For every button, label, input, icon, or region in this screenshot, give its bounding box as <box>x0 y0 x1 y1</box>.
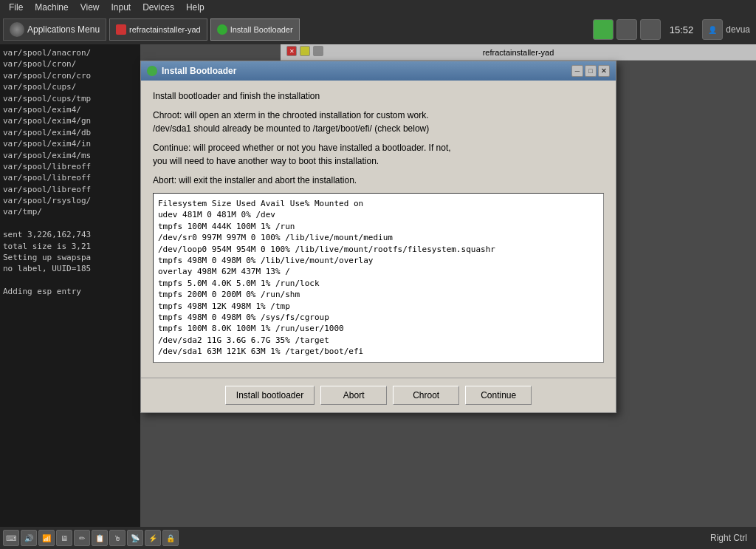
refracta-bar-title: refractainstaller-yad <box>483 48 554 57</box>
dialog-desc1: Install bootloader and finish the instal… <box>153 89 604 103</box>
dialog-close-btn[interactable]: ✕ <box>598 65 610 77</box>
refracta-minimize-btn[interactable] <box>300 46 310 56</box>
taskbar-top: Applications Menu refractainstaller-yad … <box>0 15 756 44</box>
menu-devices[interactable]: Devices <box>137 0 180 15</box>
apps-menu-label: Applications Menu <box>27 24 100 35</box>
df-row-9: tmpfs 498M 0 498M 0% /sys/fs/cgroup <box>158 312 599 323</box>
bottom-icon-7[interactable]: 🖱 <box>109 530 126 546</box>
taskbar-indicator3 <box>640 19 661 40</box>
taskbar-user-icon: 👤 <box>702 19 723 40</box>
bottom-icon-9[interactable]: ⚡ <box>145 530 161 546</box>
df-row-12: /dev/sda1 63M 121K 63M 1% /target/boot/e… <box>158 346 599 357</box>
df-row-2: /dev/sr0 997M 997M 0 100% /lib/live/moun… <box>158 232 599 243</box>
dialog-desc3: Continue: will proceed whether or not yo… <box>153 141 604 168</box>
dialog-title-text: Install Bootloader <box>162 66 236 76</box>
taskbar-indicator <box>593 19 614 40</box>
df-row-6: tmpfs 5.0M 4.0K 5.0M 1% /run/lock <box>158 278 599 289</box>
taskbar-user-label: devua <box>726 24 753 35</box>
df-row-11: /dev/sda2 11G 3.6G 6.7G 35% /target <box>158 335 599 346</box>
continue-button[interactable]: Continue <box>465 386 532 405</box>
dialog-content: Install bootloader and finish the instal… <box>141 81 616 378</box>
refracta-bar: ✕ refractainstaller-yad <box>281 44 756 61</box>
bottom-icon-1[interactable]: ⌨ <box>3 530 19 546</box>
taskbar-indicator2 <box>616 19 637 40</box>
refracta-maximize-btn[interactable] <box>313 46 323 56</box>
dialog-df-output: Filesystem Size Used Avail Use% Mounted … <box>153 193 604 363</box>
bootloader-task-label: Install Bootloader <box>230 25 293 34</box>
refracta-task-label: refractainstaller-yad <box>129 25 201 34</box>
dialog-minimize-btn[interactable]: ─ <box>571 65 583 77</box>
df-row-3: /dev/loop0 954M 954M 0 100% /lib/live/mo… <box>158 244 599 255</box>
df-row-7: tmpfs 200M 0 200M 0% /run/shm <box>158 289 599 300</box>
bottom-icons-group: ⌨ 🔊 📶 🖥 ✏ 📋 🖱 📡 ⚡ 🔒 <box>3 530 710 546</box>
install-bootloader-button[interactable]: Install bootloader <box>225 386 315 405</box>
df-row-4: tmpfs 498M 0 498M 0% /lib/live/mount/ove… <box>158 255 599 266</box>
install-bootloader-dialog: Install Bootloader ─ □ ✕ Install bootloa… <box>140 61 616 413</box>
dialog-desc2: Chroot: will open an xterm in the chroot… <box>153 109 604 135</box>
df-header: Filesystem Size Used Avail Use% Mounted … <box>158 198 599 209</box>
bootloader-task-icon <box>217 24 227 35</box>
bottom-icon-10[interactable]: 🔒 <box>162 530 179 546</box>
df-row-1: tmpfs 100M 444K 100M 1% /run <box>158 221 599 232</box>
taskbar-task-bootloader[interactable]: Install Bootloader <box>210 18 300 41</box>
apps-menu-icon <box>10 22 24 37</box>
dialog-title-icon <box>147 66 157 76</box>
refracta-task-icon <box>116 24 126 35</box>
menubar: File Machine View Input Devices Help <box>0 0 756 15</box>
df-row-5: overlay 498M 62M 437M 13% / <box>158 266 599 277</box>
bottom-icon-2[interactable]: 🔊 <box>21 530 37 546</box>
chroot-button[interactable]: Chroot <box>393 386 459 405</box>
dialog-buttons: Install bootloader Abort Chroot Continue <box>141 378 616 412</box>
abort-button[interactable]: Abort <box>320 386 387 405</box>
refracta-close-btn[interactable]: ✕ <box>286 46 297 56</box>
menu-input[interactable]: Input <box>106 0 137 15</box>
df-row-10: tmpfs 100M 8.0K 100M 1% /run/user/1000 <box>158 323 599 334</box>
menu-file[interactable]: File <box>3 0 29 15</box>
taskbar-time: 15:52 <box>664 24 700 35</box>
terminal-window: var/spool/anacron/ var/spool/cron/ var/s… <box>0 44 140 542</box>
bottom-icon-5[interactable]: ✏ <box>74 530 90 546</box>
bottom-icon-3[interactable]: 📶 <box>38 530 55 546</box>
dialog-maximize-btn[interactable]: □ <box>585 65 597 77</box>
apps-menu-button[interactable]: Applications Menu <box>3 18 106 41</box>
right-ctrl-label: Right Ctrl <box>710 533 753 543</box>
dialog-desc4: Abort: will exit the installer and abort… <box>153 174 604 187</box>
menu-view[interactable]: View <box>75 0 106 15</box>
df-row-8: tmpfs 498M 12K 498M 1% /tmp <box>158 301 599 312</box>
menu-machine[interactable]: Machine <box>29 0 74 15</box>
dialog-titlebar-buttons: ─ □ ✕ <box>571 65 610 77</box>
bottom-icon-8[interactable]: 📡 <box>127 530 143 546</box>
dialog-titlebar: Install Bootloader ─ □ ✕ <box>141 61 616 81</box>
main-area: var/spool/anacron/ var/spool/cron/ var/s… <box>0 44 756 542</box>
menu-help[interactable]: Help <box>180 0 210 15</box>
terminal-content: var/spool/anacron/ var/spool/cron/ var/s… <box>3 47 137 298</box>
df-row-0: udev 481M 0 481M 0% /dev <box>158 209 599 220</box>
taskbar-bottom: ⌨ 🔊 📶 🖥 ✏ 📋 🖱 📡 ⚡ 🔒 Right Ctrl <box>0 527 756 549</box>
bottom-icon-6[interactable]: 📋 <box>92 530 108 546</box>
dialog-title-left: Install Bootloader <box>147 66 236 76</box>
taskbar-task-refracta[interactable]: refractainstaller-yad <box>109 18 207 41</box>
bottom-icon-4[interactable]: 🖥 <box>56 530 72 546</box>
